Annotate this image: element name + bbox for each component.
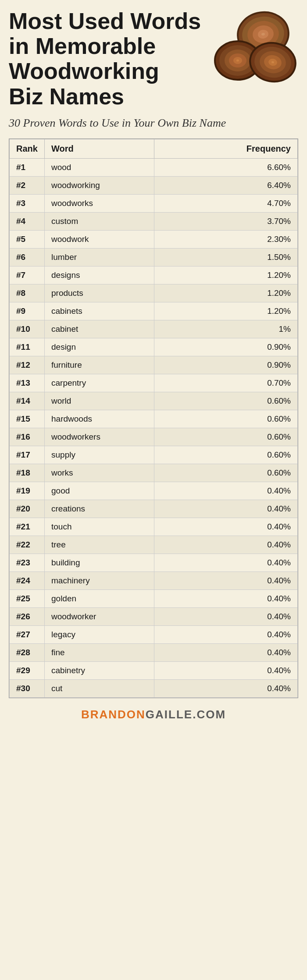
cell-rank: #26 — [10, 607, 45, 625]
cell-frequency: 0.40% — [154, 536, 298, 554]
table-row: #9cabinets1.20% — [10, 302, 298, 320]
table-row: #25golden0.40% — [10, 589, 298, 607]
cell-word: woodworker — [45, 607, 154, 625]
svg-point-12 — [236, 60, 239, 62]
cell-rank: #16 — [10, 428, 45, 446]
cell-rank: #7 — [10, 266, 45, 284]
cell-frequency: 6.60% — [154, 158, 298, 176]
table-row: #30cut0.40% — [10, 679, 298, 697]
cell-rank: #2 — [10, 176, 45, 194]
footer-domain: GAILLE.COM — [146, 708, 226, 721]
cell-frequency: 1% — [154, 320, 298, 338]
cell-word: design — [45, 338, 154, 356]
table-row: #20creations0.40% — [10, 500, 298, 518]
cell-frequency: 0.60% — [154, 428, 298, 446]
col-word: Word — [45, 139, 154, 158]
cell-rank: #4 — [10, 212, 45, 230]
cell-word: tree — [45, 536, 154, 554]
cell-frequency: 0.70% — [154, 374, 298, 392]
table-row: #21touch0.40% — [10, 518, 298, 536]
cell-rank: #27 — [10, 625, 45, 643]
table-row: #10cabinet1% — [10, 320, 298, 338]
cell-frequency: 0.60% — [154, 464, 298, 482]
cell-rank: #28 — [10, 643, 45, 661]
table-row: #18works0.60% — [10, 464, 298, 482]
cell-word: hardwoods — [45, 410, 154, 428]
table-row: #8products1.20% — [10, 284, 298, 302]
cell-word: machinery — [45, 572, 154, 589]
cell-frequency: 4.70% — [154, 194, 298, 212]
table-row: #11design0.90% — [10, 338, 298, 356]
cell-word: custom — [45, 212, 154, 230]
table-row: #3woodworks4.70% — [10, 194, 298, 212]
cell-word: good — [45, 482, 154, 500]
cell-frequency: 0.60% — [154, 392, 298, 410]
cell-rank: #25 — [10, 589, 45, 607]
table-row: #17supply0.60% — [10, 446, 298, 464]
cell-rank: #8 — [10, 284, 45, 302]
col-frequency: Frequency — [154, 139, 298, 158]
cell-frequency: 0.40% — [154, 661, 298, 679]
cell-frequency: 0.40% — [154, 679, 298, 697]
cell-frequency: 0.40% — [154, 572, 298, 589]
cell-frequency: 0.60% — [154, 446, 298, 464]
cell-word: furniture — [45, 356, 154, 374]
cell-frequency: 0.40% — [154, 554, 298, 572]
cell-rank: #12 — [10, 356, 45, 374]
cell-rank: #17 — [10, 446, 45, 464]
cell-frequency: 0.90% — [154, 356, 298, 374]
cell-frequency: 3.70% — [154, 212, 298, 230]
page-container: Most Used Words in Memorable Woodworking… — [0, 0, 307, 735]
table-row: #23building0.40% — [10, 554, 298, 572]
cell-frequency: 0.40% — [154, 625, 298, 643]
cell-word: woodworkers — [45, 428, 154, 446]
cell-word: cut — [45, 679, 154, 697]
cell-rank: #13 — [10, 374, 45, 392]
footer: BRANDONGAILLE.COM — [9, 708, 298, 721]
cell-word: carpentry — [45, 374, 154, 392]
cell-rank: #3 — [10, 194, 45, 212]
data-table-container: Rank Word Frequency #1wood6.60%#2woodwor… — [9, 138, 298, 698]
table-row: #4custom3.70% — [10, 212, 298, 230]
table-row: #28fine0.40% — [10, 643, 298, 661]
cell-word: cabinetry — [45, 661, 154, 679]
cell-word: woodworking — [45, 176, 154, 194]
main-title: Most Used Words in Memorable Woodworking… — [9, 9, 211, 109]
cell-rank: #1 — [10, 158, 45, 176]
cell-word: golden — [45, 589, 154, 607]
table-row: #5woodwork2.30% — [10, 230, 298, 248]
cell-rank: #29 — [10, 661, 45, 679]
cell-word: building — [45, 554, 154, 572]
cell-word: touch — [45, 518, 154, 536]
table-header-row: Rank Word Frequency — [10, 139, 298, 158]
cell-word: lumber — [45, 248, 154, 266]
cell-word: works — [45, 464, 154, 482]
cell-word: world — [45, 392, 154, 410]
table-row: #26woodworker0.40% — [10, 607, 298, 625]
table-row: #7designs1.20% — [10, 266, 298, 284]
col-rank: Rank — [10, 139, 45, 158]
cell-word: woodwork — [45, 230, 154, 248]
cell-word: cabinet — [45, 320, 154, 338]
table-row: #1wood6.60% — [10, 158, 298, 176]
header-section: Most Used Words in Memorable Woodworking… — [9, 9, 298, 111]
cell-frequency: 0.40% — [154, 500, 298, 518]
cell-frequency: 0.40% — [154, 607, 298, 625]
cell-word: woodworks — [45, 194, 154, 212]
table-row: #14world0.60% — [10, 392, 298, 410]
cell-word: designs — [45, 266, 154, 284]
cell-rank: #23 — [10, 554, 45, 572]
cell-frequency: 2.30% — [154, 230, 298, 248]
cell-word: products — [45, 284, 154, 302]
table-row: #29cabinetry0.40% — [10, 661, 298, 679]
data-table: Rank Word Frequency #1wood6.60%#2woodwor… — [9, 139, 298, 698]
cell-rank: #11 — [10, 338, 45, 356]
cell-rank: #19 — [10, 482, 45, 500]
table-row: #15hardwoods0.60% — [10, 410, 298, 428]
cell-frequency: 0.40% — [154, 589, 298, 607]
cell-frequency: 0.40% — [154, 482, 298, 500]
cell-rank: #14 — [10, 392, 45, 410]
table-row: #2woodworking6.40% — [10, 176, 298, 194]
cell-frequency: 0.90% — [154, 338, 298, 356]
cell-rank: #18 — [10, 464, 45, 482]
